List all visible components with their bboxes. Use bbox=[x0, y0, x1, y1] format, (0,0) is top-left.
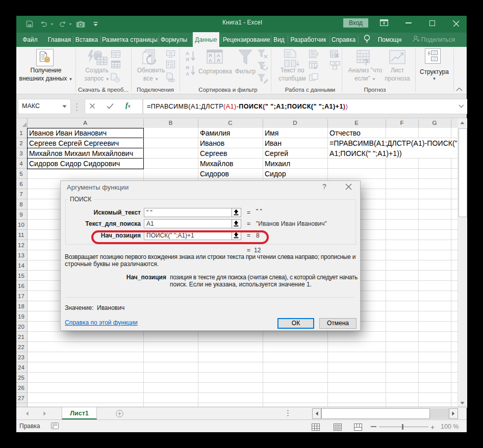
svg-text:Я: Я bbox=[209, 53, 212, 58]
svg-text:Я: Я bbox=[186, 57, 189, 62]
svg-text:А: А bbox=[186, 71, 189, 76]
svg-text:А: А bbox=[186, 50, 189, 56]
svg-text:?: ? bbox=[364, 58, 369, 66]
svg-text:Я: Я bbox=[217, 58, 220, 63]
svg-text:А: А bbox=[217, 53, 220, 58]
svg-text:Я: Я bbox=[186, 65, 189, 70]
svg-text:А: А bbox=[209, 58, 212, 63]
